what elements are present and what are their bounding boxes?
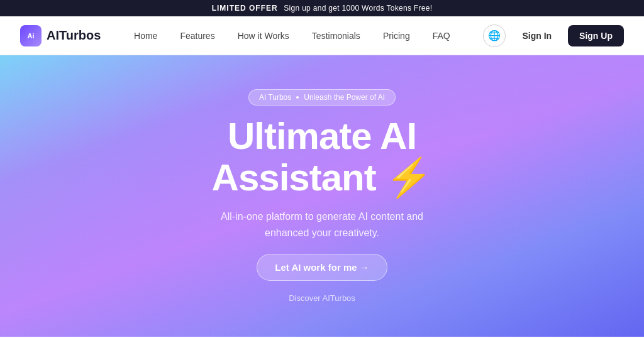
nav-item-faq[interactable]: FAQ [433, 30, 450, 41]
hero-content: AI Turbos Unleash the Power of AI Ultima… [203, 89, 441, 302]
announcement-text: Sign up and get 1000 Words Tokens Free! [284, 4, 432, 13]
offer-label: LIMITED OFFER [212, 4, 278, 13]
hero-title-line2: Assistant ⚡ [212, 157, 433, 199]
globe-icon: 🌐 [488, 30, 501, 41]
nav-link-features[interactable]: Features [180, 31, 214, 41]
nav-item-how-it-works[interactable]: How it Works [238, 30, 289, 41]
badge-dot [296, 96, 299, 99]
hero-title: Ultimate AI Assistant ⚡ [212, 116, 433, 199]
logo-text: AITurbos [47, 28, 101, 43]
hero-subtitle: All-in-one platform to generate AI conte… [203, 209, 441, 241]
hero-section: AI Turbos Unleash the Power of AI Ultima… [0, 55, 644, 337]
cta-button[interactable]: Let AI work for me → [257, 254, 387, 281]
hero-title-line1: Ultimate AI [212, 116, 433, 157]
logo-area: Ai AITurbos [20, 25, 101, 46]
nav-item-pricing[interactable]: Pricing [383, 30, 410, 41]
hero-badge: AI Turbos Unleash the Power of AI [248, 89, 396, 106]
language-button[interactable]: 🌐 [483, 25, 506, 47]
nav-link-home[interactable]: Home [134, 31, 157, 41]
navbar: Ai AITurbos Home Features How it Works T… [0, 16, 644, 55]
nav-link-testimonials[interactable]: Testimonials [312, 31, 360, 41]
logo-icon: Ai [20, 25, 42, 46]
nav-item-home[interactable]: Home [134, 30, 157, 41]
discover-link[interactable]: Discover AITurbos [289, 293, 355, 303]
signup-button[interactable]: Sign Up [568, 25, 624, 46]
nav-links: Home Features How it Works Testimonials … [134, 30, 450, 41]
nav-item-features[interactable]: Features [180, 30, 214, 41]
nav-link-faq[interactable]: FAQ [433, 31, 450, 41]
badge-text: AI Turbos [259, 93, 291, 102]
nav-actions: 🌐 Sign In Sign Up [483, 25, 624, 47]
signin-button[interactable]: Sign In [513, 26, 560, 46]
nav-item-testimonials[interactable]: Testimonials [312, 30, 360, 41]
nav-link-pricing[interactable]: Pricing [383, 31, 410, 41]
badge-tagline: Unleash the Power of AI [304, 93, 385, 102]
nav-link-how-it-works[interactable]: How it Works [238, 31, 289, 41]
announcement-bar: LIMITED OFFER Sign up and get 1000 Words… [0, 0, 644, 16]
